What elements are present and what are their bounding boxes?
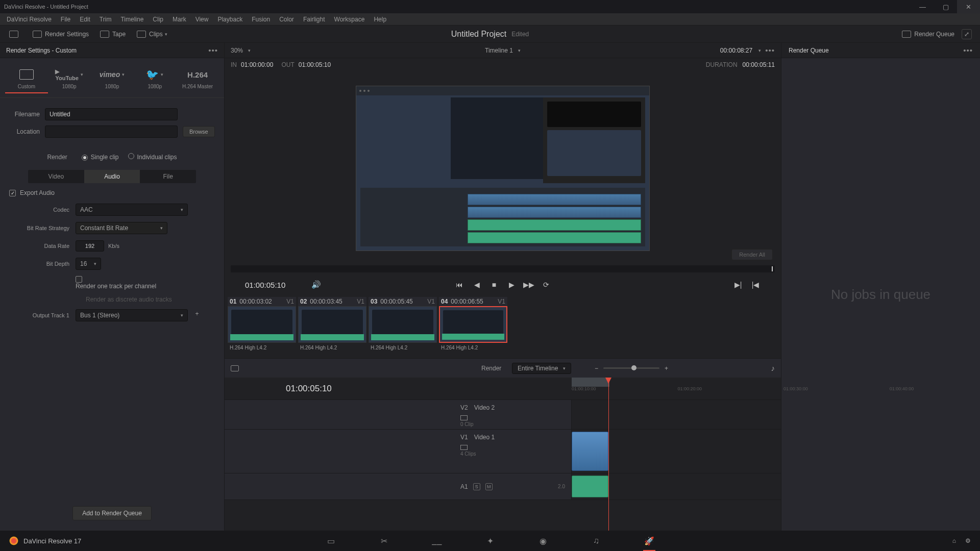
playhead[interactable] <box>608 378 609 531</box>
zoom-out-button[interactable]: − <box>595 365 598 372</box>
timeline-tc: 01:00:05:10 <box>225 384 332 394</box>
project-title: Untitled Project <box>451 30 507 39</box>
preset-twitter[interactable]: 🐦▾1080p <box>133 64 176 93</box>
cut-page-button[interactable]: ✂ <box>378 535 390 547</box>
timeline-view-icon[interactable] <box>231 365 239 371</box>
output-track-select[interactable]: Bus 1 (Stereo)▾ <box>76 309 188 321</box>
render-settings-button[interactable]: Render Settings <box>29 29 93 40</box>
menu-playback[interactable]: Playback <box>213 16 247 23</box>
track-v2-body[interactable] <box>572 400 781 429</box>
track-toggle[interactable] <box>460 445 468 450</box>
zoom-select[interactable]: 30%▾ <box>231 47 251 54</box>
play-button[interactable]: ▶ <box>506 280 517 290</box>
stop-button[interactable]: ■ <box>489 280 499 290</box>
go-in-button[interactable]: ▶| <box>733 280 743 290</box>
menu-file[interactable]: File <box>56 16 75 23</box>
menu-mark[interactable]: Mark <box>168 16 191 23</box>
preset-custom[interactable]: Custom <box>5 64 48 93</box>
clip-thumb-1[interactable]: 0100:00:03:02V1 H.264 High L4.2 <box>228 297 296 350</box>
clip-thumb-2[interactable]: 0200:00:03:45V1 H.264 High L4.2 <box>298 297 366 350</box>
color-page-button[interactable]: ◉ <box>537 535 549 547</box>
filename-input[interactable] <box>45 108 178 120</box>
queue-menu-icon[interactable]: ••• <box>963 46 973 55</box>
menu-workspace[interactable]: Workspace <box>330 16 370 23</box>
mute-button[interactable]: M <box>485 483 493 490</box>
zoom-slider[interactable] <box>603 367 659 369</box>
menu-clip[interactable]: Clip <box>148 16 168 23</box>
add-track-button[interactable]: + <box>192 310 202 320</box>
export-icon <box>9 31 18 38</box>
settings-button[interactable]: ⚙ <box>965 537 971 544</box>
track-a1: A1 S M 2.0 <box>225 473 781 500</box>
prev-frame-button[interactable]: ◀ <box>472 280 482 290</box>
expand-button[interactable]: ⤢ <box>962 29 972 39</box>
minimize-button[interactable]: — <box>911 0 934 13</box>
viewer-timecode[interactable]: 00:00:08:27 <box>720 47 752 54</box>
menu-trim[interactable]: Trim <box>95 16 116 23</box>
next-frame-button[interactable]: ▶▶ <box>524 280 534 290</box>
solo-button[interactable]: S <box>473 483 480 490</box>
tab-video[interactable]: Video <box>28 170 84 183</box>
menu-edit[interactable]: Edit <box>75 16 95 23</box>
track-v1-body[interactable] <box>572 430 781 473</box>
transport-tc[interactable]: 01:00:05:10 <box>245 281 285 289</box>
video-clip[interactable] <box>572 432 608 471</box>
add-to-render-queue-button[interactable]: Add to Render Queue <box>72 506 152 520</box>
home-button[interactable]: ⌂ <box>952 537 956 544</box>
loop-button[interactable]: ⟳ <box>541 280 551 290</box>
panel-menu-icon[interactable]: ••• <box>208 46 218 55</box>
render-range-select[interactable]: Entire Timeline▾ <box>512 363 571 374</box>
clip-thumb-4[interactable]: 0400:00:06:55V1 H.264 High L4.2 <box>439 297 507 350</box>
location-input[interactable] <box>45 126 178 138</box>
viewer[interactable]: Render All <box>225 71 781 265</box>
speaker-icon[interactable]: 🔊 <box>311 280 321 289</box>
codec-label: Codec <box>9 207 76 213</box>
tape-button[interactable]: Tape <box>96 29 130 40</box>
track-toggle[interactable] <box>460 415 468 420</box>
track-a1-body[interactable] <box>572 473 781 499</box>
edit-page-button[interactable]: ⎯⎯ <box>431 535 443 547</box>
go-out-button[interactable]: |◀ <box>750 280 761 290</box>
timeline-ruler[interactable]: 01:00:05:10 01:00:10:00 01:00:20:00 01:0… <box>225 378 781 400</box>
twitter-icon: 🐦 <box>146 68 159 81</box>
clip-thumb-3[interactable]: 0300:00:05:45V1 H.264 High L4.2 <box>369 297 437 350</box>
fusion-page-button[interactable]: ✦ <box>484 535 496 547</box>
music-icon[interactable]: ♪ <box>771 364 775 372</box>
browse-button[interactable]: Browse <box>183 126 215 137</box>
fairlight-page-button[interactable]: ♫ <box>590 535 602 547</box>
menu-help[interactable]: Help <box>369 16 391 23</box>
tab-audio[interactable]: Audio <box>84 170 140 183</box>
individual-clips-radio[interactable]: Individual clips <box>128 153 177 161</box>
menu-view[interactable]: View <box>191 16 213 23</box>
preset-youtube[interactable]: ▶ YouTube▾1080p <box>48 64 91 93</box>
preset-vimeo[interactable]: vimeo▾1080p <box>91 64 134 93</box>
bit-depth-select[interactable]: 16▾ <box>76 258 101 270</box>
media-page-button[interactable]: ▭ <box>325 535 337 547</box>
timeline-name[interactable]: Timeline 1▾ <box>485 47 521 54</box>
codec-select[interactable]: AAC▾ <box>76 204 188 216</box>
single-clip-radio[interactable]: Single clip <box>82 154 119 161</box>
close-button[interactable]: ✕ <box>957 0 980 13</box>
first-frame-button[interactable]: ⏮ <box>454 280 464 290</box>
clips-button[interactable]: Clips▾ <box>133 29 172 40</box>
scrubber[interactable] <box>231 265 775 272</box>
render-one-track-check[interactable]: Render one track per channel <box>76 276 156 290</box>
menu-color[interactable]: Color <box>275 16 299 23</box>
tab-file[interactable]: File <box>140 170 196 183</box>
maximize-button[interactable]: ▢ <box>934 0 957 13</box>
render-all-button[interactable]: Render All <box>731 249 773 260</box>
export-audio-check[interactable]: Export Audio <box>9 189 215 196</box>
quick-export-button[interactable] <box>5 29 26 40</box>
menu-fairlight[interactable]: Fairlight <box>299 16 330 23</box>
menu-timeline[interactable]: Timeline <box>116 16 148 23</box>
menu-davinci[interactable]: DaVinci Resolve <box>2 16 56 23</box>
preset-h264[interactable]: H.264H.264 Master <box>176 64 219 93</box>
zoom-in-button[interactable]: + <box>665 365 668 372</box>
render-queue-button[interactable]: Render Queue <box>898 29 959 40</box>
data-rate-input[interactable] <box>76 240 104 252</box>
deliver-page-button[interactable]: 🚀 <box>643 535 655 547</box>
audio-clip[interactable] <box>572 475 608 497</box>
menu-fusion[interactable]: Fusion <box>247 16 275 23</box>
queue-icon <box>902 31 911 38</box>
viewer-menu-icon[interactable]: ••• <box>765 46 775 55</box>
